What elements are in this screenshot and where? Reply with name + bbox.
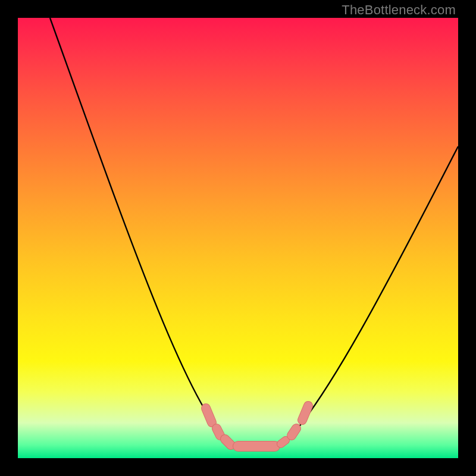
chart-frame: TheBottleneck.com — [0, 0, 476, 476]
chart-svg — [18, 18, 458, 458]
curve-marker — [217, 428, 220, 436]
watermark-text: TheBottleneck.com — [342, 2, 456, 18]
curve-marker — [206, 408, 212, 422]
marker-group — [206, 406, 308, 446]
curve-marker — [225, 439, 231, 445]
curve-marker — [302, 406, 308, 420]
bottleneck-curve — [50, 18, 458, 449]
curve-marker — [281, 440, 286, 444]
curve-marker — [292, 428, 296, 436]
chart-plot-area — [18, 18, 458, 458]
